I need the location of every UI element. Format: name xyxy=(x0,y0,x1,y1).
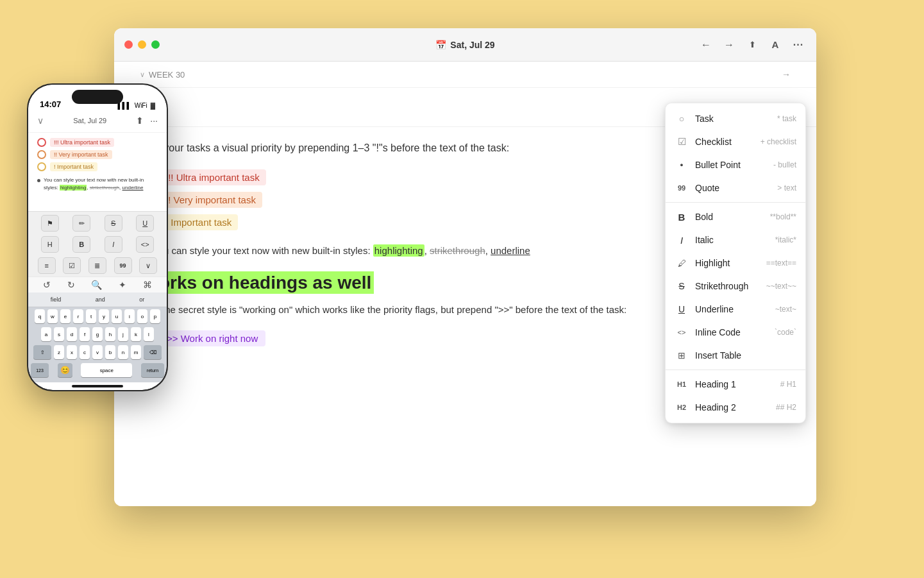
menu-item-quote[interactable]: 99 Quote > text xyxy=(666,176,805,200)
menu-item-strikethrough[interactable]: S Strikethrough ~~text~~ xyxy=(666,275,805,298)
iphone-more-button[interactable]: ··· xyxy=(150,115,158,126)
titlebar-center: 📅 Sat, Jul 29 xyxy=(435,40,494,50)
key-m[interactable]: m xyxy=(131,345,141,359)
share-button[interactable]: ⬆ xyxy=(744,37,760,53)
heading1-menu-icon: H1 xyxy=(675,377,689,391)
word-suggestion-1[interactable]: field xyxy=(47,295,65,304)
menu-item-bold[interactable]: B Bold **bold** xyxy=(666,205,805,228)
maximize-button[interactable] xyxy=(151,40,160,49)
key-shift[interactable]: ⇧ xyxy=(33,345,51,359)
key-s[interactable]: s xyxy=(54,327,64,341)
key-u[interactable]: u xyxy=(112,309,122,323)
week-chevron-icon: ∨ xyxy=(140,71,145,79)
iphone-back-chevron[interactable]: ∨ xyxy=(37,115,44,126)
underline-label: Underline xyxy=(695,304,769,314)
iphone-keyboard: field and or q w e r t y u i o p a s d xyxy=(28,293,167,382)
iphone-expand-button[interactable]: ∨ xyxy=(139,257,157,274)
iphone-code-button[interactable]: <> xyxy=(136,236,154,253)
keyboard-row-2: a s d f g h j k l xyxy=(28,325,167,343)
menu-item-heading2[interactable]: H2 Heading 2 ## H2 xyxy=(666,396,805,419)
share-icon: ⬆ xyxy=(749,40,756,49)
key-h[interactable]: h xyxy=(105,327,115,341)
key-return[interactable]: return xyxy=(141,363,164,377)
iphone-flag-button[interactable]: ⚑ xyxy=(41,215,59,232)
iphone-app-header: ∨ Sat, Jul 29 ⬆ ··· xyxy=(28,113,167,133)
key-w[interactable]: w xyxy=(47,309,58,323)
more-button[interactable]: ··· xyxy=(791,37,806,53)
menu-item-heading1[interactable]: H1 Heading 1 # H1 xyxy=(666,373,805,396)
inline-code-menu-icon: <> xyxy=(675,325,689,339)
key-g[interactable]: g xyxy=(92,327,103,341)
iphone-h-button[interactable]: H xyxy=(41,236,59,253)
iphone-bullet-section: You can style your text now with new bui… xyxy=(37,176,158,192)
iphone-italic-button[interactable]: I xyxy=(105,236,122,253)
iphone-sparkle-button[interactable]: ✦ xyxy=(119,280,126,290)
iphone-numbered-list-button[interactable]: ≣ xyxy=(88,257,106,274)
iphone-share-button[interactable]: ⬆ xyxy=(136,115,144,126)
key-o[interactable]: o xyxy=(137,309,147,323)
iphone-cmd-button[interactable]: ⌘ xyxy=(143,280,152,290)
key-i[interactable]: i xyxy=(124,309,135,323)
font-button[interactable]: A xyxy=(768,37,783,53)
key-n[interactable]: n xyxy=(118,345,128,359)
key-backspace[interactable]: ⌫ xyxy=(144,345,162,359)
word-suggestion-3[interactable]: or xyxy=(135,295,148,304)
key-r[interactable]: r xyxy=(73,309,83,323)
key-b[interactable]: b xyxy=(105,345,115,359)
key-q[interactable]: q xyxy=(35,309,45,323)
bullet-shortcut: - bullet xyxy=(773,160,796,169)
quote-label: Quote xyxy=(695,183,771,193)
menu-item-checklist[interactable]: ☑ Checklist + checklist xyxy=(666,130,805,153)
key-123[interactable]: 123 xyxy=(31,363,49,377)
menu-item-inline-code[interactable]: <> Inline Code `code` xyxy=(666,321,805,344)
forward-button[interactable]: → xyxy=(721,37,737,53)
word-suggestion-2[interactable]: and xyxy=(92,295,109,304)
iphone-task-circle-3[interactable] xyxy=(37,162,46,171)
key-p[interactable]: p xyxy=(150,309,160,323)
key-f[interactable]: f xyxy=(80,327,90,341)
week-next-arrow[interactable]: → xyxy=(782,69,791,80)
key-v[interactable]: v xyxy=(92,345,103,359)
iphone-toolbar-row2: H B I <> xyxy=(28,235,167,256)
iphone-task-circle-2[interactable] xyxy=(37,150,46,159)
menu-item-highlight[interactable]: 🖊 Highlight ==text== xyxy=(666,251,805,275)
key-j[interactable]: j xyxy=(118,327,128,341)
iphone-underline-button[interactable]: U xyxy=(136,215,154,232)
minimize-button[interactable] xyxy=(138,40,146,49)
key-y[interactable]: y xyxy=(99,309,109,323)
key-l[interactable]: l xyxy=(144,327,154,341)
iphone-list-button[interactable]: ≡ xyxy=(38,257,56,274)
key-emoji[interactable]: 😊 xyxy=(58,363,72,377)
key-space[interactable]: space xyxy=(81,363,132,377)
key-d[interactable]: d xyxy=(67,327,77,341)
key-t[interactable]: t xyxy=(86,309,96,323)
iphone-task-circle-1[interactable] xyxy=(37,138,46,147)
back-button[interactable]: ← xyxy=(698,37,714,53)
key-z[interactable]: z xyxy=(54,345,64,359)
key-c[interactable]: c xyxy=(80,345,90,359)
iphone-date-label: Sat, Jul 29 xyxy=(73,117,106,124)
menu-item-italic[interactable]: I Italic *italic* xyxy=(666,228,805,251)
italic-menu-icon: I xyxy=(675,233,689,247)
key-k[interactable]: k xyxy=(131,327,141,341)
iphone-undo-button[interactable]: ↺ xyxy=(43,280,51,290)
menu-item-bullet[interactable]: ● Bullet Point - bullet xyxy=(666,153,805,176)
close-button[interactable] xyxy=(124,40,133,49)
iphone-quote-button[interactable]: 99 xyxy=(114,257,132,274)
menu-item-task[interactable]: ○ Task * task xyxy=(666,107,805,130)
key-x[interactable]: x xyxy=(67,345,77,359)
week-label: ∨ WEEK 30 xyxy=(140,70,185,80)
iphone-bold-button[interactable]: B xyxy=(72,236,90,253)
iphone-pen-button[interactable]: ✏ xyxy=(72,215,90,232)
bullet-text-prefix: You can style your text now with new bui… xyxy=(153,245,373,256)
menu-item-underline[interactable]: U Underline ~text~ xyxy=(666,298,805,321)
battery-icon: ▓ xyxy=(151,102,155,109)
iphone-strike-button[interactable]: S xyxy=(105,215,122,232)
iphone-search-button[interactable]: 🔍 xyxy=(91,280,102,290)
iphone-nav: ∨ Sat, Jul 29 ⬆ ··· xyxy=(37,115,158,126)
menu-item-insert-table[interactable]: ⊞ Insert Table xyxy=(666,344,805,367)
iphone-redo-button[interactable]: ↻ xyxy=(67,280,75,290)
key-a[interactable]: a xyxy=(41,327,51,341)
key-e[interactable]: e xyxy=(60,309,71,323)
iphone-checklist-button[interactable]: ☑ xyxy=(63,257,81,274)
